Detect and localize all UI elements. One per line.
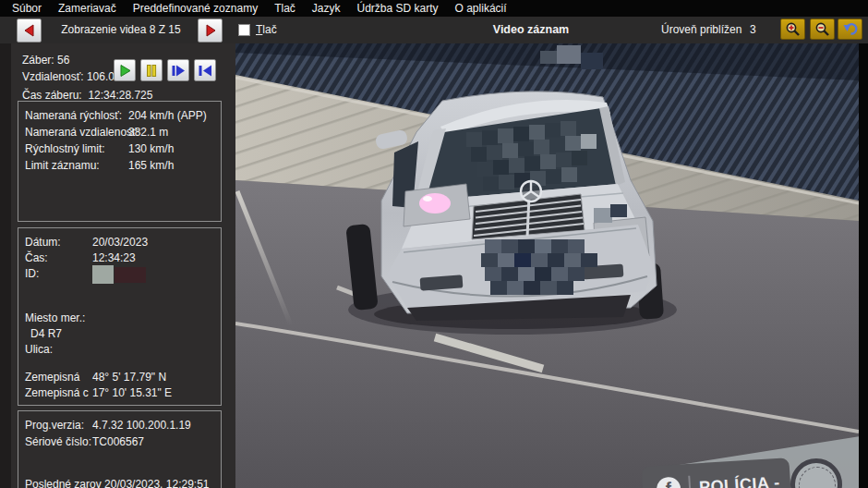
zoom-in-button[interactable] <box>780 18 805 40</box>
step-forward-button[interactable] <box>167 59 189 81</box>
skip-start-button[interactable] <box>194 59 216 81</box>
video-record-title: Video záznam <box>443 17 619 43</box>
zoom-out-button[interactable] <box>810 18 835 40</box>
program-version-row: Prog.verzia:4.7.32 100.200.1.19 <box>25 419 217 432</box>
magnifier-plus-icon <box>785 21 802 37</box>
zoom-level-value: 3 <box>750 17 756 43</box>
street-row: Ulica: <box>25 343 217 356</box>
id-smudge <box>115 267 146 283</box>
place-value-row: D4 R7 <box>30 327 217 340</box>
info-panel: Záber: 56 Vzdialenosť: 106.0 m Čas záber… <box>0 43 235 488</box>
skip-start-icon <box>198 64 212 78</box>
place-label-row: Miesto mer.: <box>25 311 217 324</box>
serial-number-row: Sériové číslo:TC006567 <box>25 435 217 448</box>
next-video-button[interactable] <box>198 18 223 43</box>
time-row: Čas:12:34:23 <box>25 251 217 264</box>
longitude-row: Zemepisná c17° 10' 15.31" E <box>25 386 217 399</box>
red-arrow-right-icon <box>203 23 218 38</box>
measurement-box: Nameraná rýchlosť:204 km/h (APP) Nameran… <box>18 101 222 222</box>
video-scene <box>235 43 859 488</box>
watermark-text: POLÍCIA - <box>698 472 780 488</box>
latitude-row: Zemepisná48° 5' 17.79" N <box>25 371 217 384</box>
record-limit-row: Limit záznamu:165 km/h <box>25 159 217 172</box>
menu-zameriavac[interactable]: Zameriavač <box>50 0 125 17</box>
menu-tlac[interactable]: Tlač <box>266 0 304 17</box>
print-checkbox-label: Tlač <box>256 17 277 43</box>
menu-preddefinovane-zoznamy[interactable]: Preddefinované zoznamy <box>125 0 266 17</box>
panel-left-strip <box>0 43 11 488</box>
frame-counter: Záber: 56 <box>22 54 69 67</box>
pause-icon <box>145 64 158 78</box>
police-emblem-ring <box>799 467 836 488</box>
play-icon <box>118 64 132 78</box>
red-arrow-left-icon <box>22 23 37 38</box>
watermark-separator <box>688 476 692 488</box>
measured-distance-row: Nameraná vzdialenosť:382.1 m <box>25 126 217 139</box>
toolbar: Zobrazenie videa 8 Z 15 Tlač Video zázna… <box>0 17 868 43</box>
measured-speed-row: Nameraná rýchlosť:204 km/h (APP) <box>25 109 217 122</box>
zoom-level-label: Úroveň priblížen <box>661 17 741 43</box>
step-forward-icon <box>171 64 186 78</box>
record-box: Dátum:20/03/2023 Čas:12:34:23 ID: Miesto… <box>18 227 222 406</box>
frame-distance: Vzdialenosť: 106.0 m <box>22 70 127 83</box>
undo-arrow-icon <box>842 21 859 37</box>
id-redaction-box <box>92 265 114 284</box>
speed-limit-row: Rýchlostný limit:130 km/h <box>25 142 217 155</box>
right-gap <box>859 43 868 488</box>
video-nav-label: Zobrazenie videa 8 Z 15 <box>46 17 196 43</box>
frame-time: Čas záberu: 12:34:28.725 <box>22 89 152 102</box>
headlight-left-glint <box>423 196 432 201</box>
speed-camera-app: Súbor Zameriavač Preddefinované zoznamy … <box>0 0 868 488</box>
prev-video-button[interactable] <box>17 18 42 43</box>
menu-subor[interactable]: Súbor <box>4 0 50 17</box>
zoom-reset-button[interactable] <box>838 18 862 40</box>
video-frame[interactable]: f POLÍCIA - <box>235 43 859 488</box>
id-row: ID: <box>25 267 217 284</box>
last-alignment-row: Posledné zarov 20/03/2023, 12:29:51 <box>25 478 217 488</box>
menu-jazyk[interactable]: Jazyk <box>304 0 349 17</box>
print-checkbox[interactable] <box>238 24 250 36</box>
facebook-icon: f <box>656 476 681 488</box>
system-box: Prog.verzia:4.7.32 100.200.1.19 Sériové … <box>18 410 222 488</box>
headlight-left-glow <box>419 193 451 214</box>
menu-udrzba-sd-karty[interactable]: Údržba SD karty <box>349 0 447 17</box>
magnifier-minus-icon <box>814 21 831 37</box>
menu-o-aplikacii[interactable]: O aplikácií <box>447 0 515 17</box>
menu-bar: Súbor Zameriavač Preddefinované zoznamy … <box>0 0 868 17</box>
pause-button[interactable] <box>140 59 163 81</box>
date-row: Dátum:20/03/2023 <box>25 236 217 249</box>
play-button[interactable] <box>114 59 136 81</box>
